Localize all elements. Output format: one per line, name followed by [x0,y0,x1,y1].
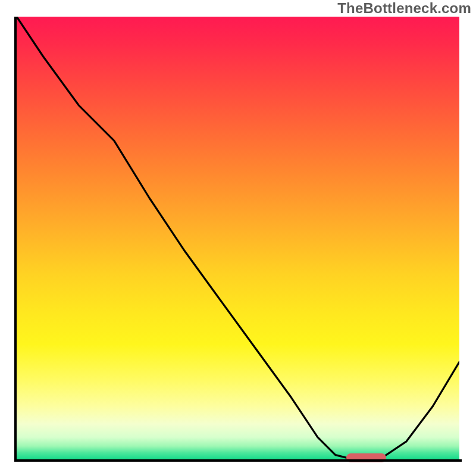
x-axis [14,459,462,462]
bottleneck-curve [17,17,459,459]
y-axis [14,17,17,462]
watermark-text: TheBottleneck.com [337,0,471,17]
chart-frame: TheBottleneck.com [0,0,476,476]
